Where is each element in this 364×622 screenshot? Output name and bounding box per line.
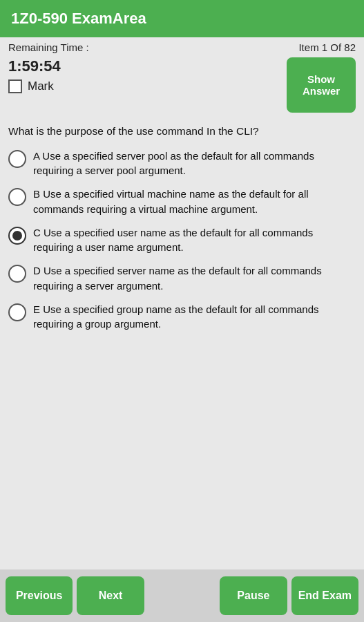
timer-row: 1:59:54 Mark Show Answer: [0, 55, 364, 118]
timer-left: 1:59:54 Mark: [8, 57, 61, 93]
show-answer-button[interactable]: Show Answer: [287, 57, 356, 113]
end-exam-button[interactable]: End Exam: [291, 576, 358, 615]
radio-e[interactable]: [8, 303, 26, 321]
header: 1Z0-590 ExamArea: [0, 0, 364, 37]
timer-display: 1:59:54: [8, 57, 61, 75]
next-button[interactable]: Next: [77, 576, 144, 615]
bottom-bar: Previous Next Pause End Exam: [0, 569, 364, 622]
question-text: What is the purpose of the use command I…: [8, 124, 356, 139]
mark-checkbox[interactable]: [8, 79, 22, 93]
radio-a[interactable]: [8, 150, 26, 168]
answer-option-a[interactable]: A Use a specified server pool as the def…: [8, 149, 356, 179]
radio-d[interactable]: [8, 265, 26, 283]
answer-option-b[interactable]: B Use a specified virtual machine name a…: [8, 187, 356, 217]
answer-text-d: D Use a specified server name as the def…: [33, 263, 356, 294]
mark-row[interactable]: Mark: [8, 79, 61, 93]
radio-b[interactable]: [8, 188, 26, 206]
answer-text-a: A Use a specified server pool as the def…: [33, 149, 356, 179]
remaining-time-label: Remaining Time :: [8, 41, 89, 53]
pause-button[interactable]: Pause: [220, 576, 287, 615]
answer-option-d[interactable]: D Use a specified server name as the def…: [8, 263, 356, 294]
answer-text-e: E Use a specified group name as the defa…: [33, 302, 356, 332]
options-list: A Use a specified server pool as the def…: [8, 149, 356, 332]
app-title: 1Z0-590 ExamArea: [11, 10, 146, 28]
radio-c[interactable]: [8, 227, 26, 245]
answer-text-c: C Use a specified user name as the defau…: [33, 225, 356, 256]
answer-text-b: B Use a specified virtual machine name a…: [33, 187, 356, 217]
info-row: Remaining Time : Item 1 Of 82: [0, 37, 364, 55]
question-area: What is the purpose of the use command I…: [0, 118, 364, 569]
mark-label: Mark: [28, 79, 54, 93]
item-counter: Item 1 Of 82: [298, 41, 356, 53]
answer-option-c[interactable]: C Use a specified user name as the defau…: [8, 225, 356, 256]
answer-option-e[interactable]: E Use a specified group name as the defa…: [8, 302, 356, 332]
previous-button[interactable]: Previous: [6, 576, 73, 615]
